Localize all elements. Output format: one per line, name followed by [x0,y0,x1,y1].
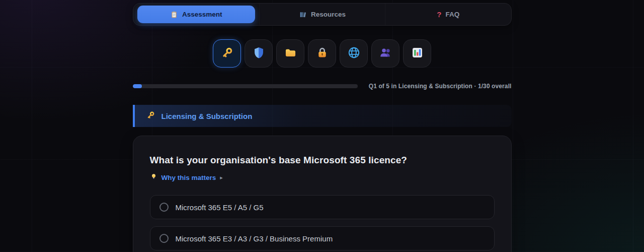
category-key-button[interactable] [213,39,241,68]
books-icon [299,11,307,19]
clipboard-icon [170,11,178,19]
assessment-page: Assessment Resources ? FAQ [133,3,512,252]
option-m365-e5[interactable]: Microsoft 365 E5 / A5 / G5 [150,195,495,219]
category-lock-button[interactable] [308,39,336,68]
chevron-right-icon: ▸ [220,175,223,180]
question-title: What is your organisation's base Microso… [150,155,495,166]
progress-fill [133,84,142,88]
lightbulb-icon [150,173,157,182]
key-icon [146,110,155,122]
category-icon-row [133,39,512,68]
tab-assessment[interactable]: Assessment [137,6,255,23]
tab-label: FAQ [446,11,460,18]
category-folder-button[interactable] [276,39,304,68]
hint-label: Why this matters [162,174,216,181]
category-chart-button[interactable] [403,39,431,68]
key-icon [220,46,234,61]
category-globe-button[interactable] [340,39,368,68]
folder-icon [284,46,297,61]
tab-bar: Assessment Resources ? FAQ [133,3,512,26]
section-title: Licensing & Subscription [162,112,253,120]
option-label: Microsoft 365 E5 / A5 / G5 [176,203,264,212]
shield-icon [252,46,266,61]
tab-resources[interactable]: Resources [259,4,385,25]
people-icon [379,46,392,61]
progress-row: Q1 of 5 in Licensing & Subscription · 1/… [133,83,512,90]
globe-icon [347,46,361,61]
category-shield-button[interactable] [245,39,273,68]
option-m365-e3[interactable]: Microsoft 365 E3 / A3 / G3 / Business Pr… [150,226,495,250]
radio-unchecked-icon[interactable] [159,203,169,212]
progress-label: Q1 of 5 in Licensing & Subscription · 1/… [369,83,512,90]
question-card: What is your organisation's base Microso… [133,136,512,252]
tab-faq[interactable]: ? FAQ [385,4,511,25]
tab-label: Resources [311,11,346,18]
why-this-matters-toggle[interactable]: Why this matters ▸ [150,173,223,182]
section-header: Licensing & Subscription [133,105,512,127]
category-people-button[interactable] [371,39,399,68]
lock-icon [315,46,329,61]
progress-bar [133,84,358,88]
tab-label: Assessment [182,11,222,18]
radio-unchecked-icon[interactable] [159,234,169,243]
option-label: Microsoft 365 E3 / A3 / G3 / Business Pr… [176,234,333,243]
chart-icon [411,46,424,61]
options-list: Microsoft 365 E5 / A5 / G5 Microsoft 365… [150,195,495,250]
